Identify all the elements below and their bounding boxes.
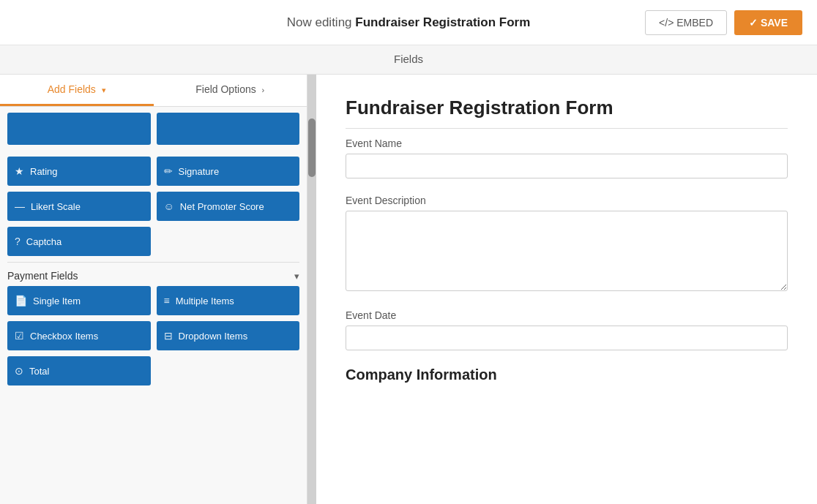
payment-fields-chevron-icon: ▾ bbox=[294, 271, 299, 282]
event-description-textarea[interactable] bbox=[346, 211, 788, 291]
tab-add-fields-label: Add Fields bbox=[48, 83, 96, 95]
event-date-label: Event Date bbox=[346, 309, 788, 321]
field-btn-likert-scale[interactable]: — Likert Scale bbox=[7, 192, 151, 221]
field-btn-rating[interactable]: ★ Rating bbox=[7, 157, 151, 186]
form-preview-title: Fundraiser Registration Form bbox=[346, 97, 788, 129]
form-name: Fundraiser Registration Form bbox=[355, 15, 530, 29]
fields-grid: ★ Rating ✏ Signature — Likert Scale ☺ Ne… bbox=[7, 157, 299, 256]
payment-fields-grid: 📄 Single Item ≡ Multiple Items ☑ Checkbo… bbox=[7, 286, 299, 385]
checkbox-items-icon: ☑ bbox=[15, 330, 24, 342]
fields-scroll[interactable]: ★ Rating ✏ Signature — Likert Scale ☺ Ne… bbox=[0, 107, 307, 504]
form-field-event-date: Event Date bbox=[346, 309, 788, 350]
panel-scrollbar-thumb[interactable] bbox=[308, 119, 316, 177]
field-btn-captcha[interactable]: ? Captcha bbox=[7, 227, 151, 256]
save-button[interactable]: ✓ SAVE bbox=[734, 10, 802, 35]
signature-label: Signature bbox=[179, 166, 220, 177]
captcha-label: Captcha bbox=[26, 236, 61, 247]
event-name-input[interactable] bbox=[346, 154, 788, 178]
right-panel[interactable]: Fundraiser Registration Form Event Name … bbox=[316, 75, 817, 504]
subheader-label: Fields bbox=[394, 53, 423, 65]
main-layout: Add Fields ▾ Field Options › ★ Rating bbox=[0, 75, 817, 504]
partial-fields-grid bbox=[7, 113, 299, 151]
tab-add-chevron-icon: ▾ bbox=[102, 86, 106, 94]
form-field-event-description: Event Description bbox=[346, 195, 788, 293]
field-btn-signature[interactable]: ✏ Signature bbox=[157, 157, 300, 186]
total-icon: ⊙ bbox=[15, 365, 23, 377]
header-actions: </> EMBED ✓ SAVE bbox=[645, 10, 802, 35]
top-header: Now editing Fundraiser Registration Form… bbox=[0, 0, 817, 45]
left-panel: Add Fields ▾ Field Options › ★ Rating bbox=[0, 75, 307, 504]
total-label: Total bbox=[29, 366, 49, 377]
payment-fields-title: Payment Fields bbox=[7, 270, 78, 282]
panel-scrollbar[interactable] bbox=[307, 75, 316, 504]
fields-subheader: Fields bbox=[0, 45, 817, 75]
tab-options-chevron-icon: › bbox=[262, 86, 265, 94]
field-btn-total[interactable]: ⊙ Total bbox=[7, 356, 151, 385]
captcha-icon: ? bbox=[15, 236, 20, 247]
company-info-section-title: Company Information bbox=[346, 366, 788, 383]
panel-tabs: Add Fields ▾ Field Options › bbox=[0, 75, 307, 107]
likert-scale-icon: — bbox=[15, 200, 25, 212]
likert-scale-label: Likert Scale bbox=[31, 201, 81, 212]
form-field-event-name: Event Name bbox=[346, 138, 788, 178]
dropdown-items-icon: ⊟ bbox=[164, 330, 173, 342]
field-btn-multiple-items[interactable]: ≡ Multiple Items bbox=[157, 286, 300, 315]
checkbox-items-label: Checkbox Items bbox=[30, 331, 98, 342]
event-name-label: Event Name bbox=[346, 138, 788, 149]
tab-field-options[interactable]: Field Options › bbox=[154, 75, 307, 106]
event-date-input[interactable] bbox=[346, 326, 788, 350]
event-description-label: Event Description bbox=[346, 195, 788, 206]
embed-button[interactable]: </> EMBED bbox=[645, 10, 727, 35]
multiple-items-icon: ≡ bbox=[164, 295, 170, 306]
single-item-label: Single Item bbox=[33, 296, 81, 306]
editing-title: Now editing Fundraiser Registration Form bbox=[287, 15, 531, 30]
payment-fields-section-header[interactable]: Payment Fields ▾ bbox=[7, 262, 299, 286]
field-btn-dropdown-items[interactable]: ⊟ Dropdown Items bbox=[157, 321, 300, 350]
rating-icon: ★ bbox=[15, 165, 24, 177]
partial-row-right bbox=[157, 113, 300, 145]
signature-icon: ✏ bbox=[164, 165, 173, 177]
dropdown-items-label: Dropdown Items bbox=[179, 331, 248, 342]
field-btn-net-promoter-score[interactable]: ☺ Net Promoter Score bbox=[157, 192, 300, 221]
partial-row-left bbox=[7, 113, 151, 145]
field-btn-checkbox-items[interactable]: ☑ Checkbox Items bbox=[7, 321, 151, 350]
field-btn-single-item[interactable]: 📄 Single Item bbox=[7, 286, 151, 315]
single-item-icon: 📄 bbox=[15, 295, 27, 306]
rating-label: Rating bbox=[30, 166, 58, 177]
multiple-items-label: Multiple Items bbox=[176, 296, 234, 306]
net-promoter-score-label: Net Promoter Score bbox=[180, 201, 264, 212]
editing-label: Now editing bbox=[287, 15, 356, 29]
tab-field-options-label: Field Options bbox=[195, 83, 255, 95]
tab-add-fields[interactable]: Add Fields ▾ bbox=[0, 75, 154, 106]
net-promoter-score-icon: ☺ bbox=[164, 200, 174, 212]
